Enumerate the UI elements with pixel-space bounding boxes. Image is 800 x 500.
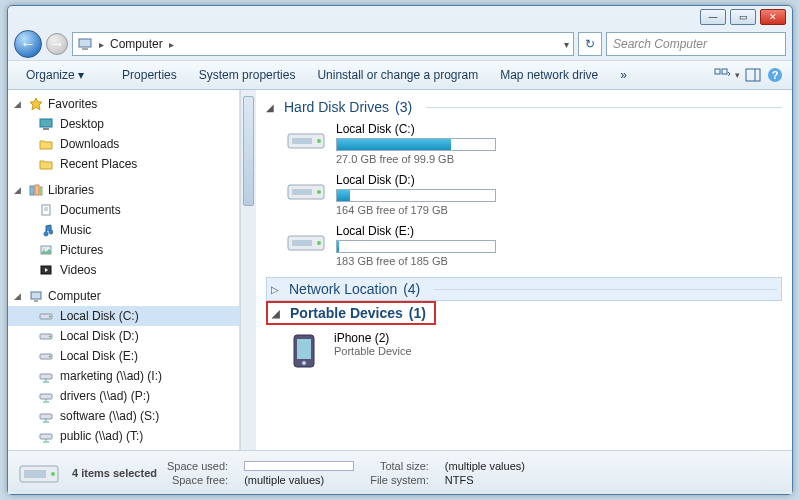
sidebar-item-label: Videos bbox=[60, 263, 96, 277]
portable-device-item[interactable]: iPhone (2) Portable Device bbox=[284, 331, 782, 371]
computer-icon bbox=[77, 36, 93, 52]
svg-rect-31 bbox=[40, 414, 52, 419]
svg-rect-12 bbox=[35, 185, 39, 195]
sidebar-item-software[interactable]: software (\\ad) (S:) bbox=[8, 406, 239, 426]
sidebar-item-public[interactable]: public (\\ad) (T:) bbox=[8, 426, 239, 446]
svg-rect-46 bbox=[24, 470, 46, 478]
svg-rect-11 bbox=[30, 186, 34, 195]
favorites-group[interactable]: ◢ Favorites bbox=[8, 94, 239, 114]
svg-rect-13 bbox=[40, 187, 42, 195]
sidebar-item-disk-c[interactable]: Local Disk (C:) bbox=[8, 306, 239, 326]
svg-rect-32 bbox=[40, 434, 52, 439]
sidebar-item-drivers[interactable]: drivers (\\ad) (P:) bbox=[8, 386, 239, 406]
sidebar-item-documents[interactable]: Documents bbox=[8, 200, 239, 220]
svg-point-18 bbox=[43, 248, 45, 250]
group-hard-disk-drives[interactable]: ◢ Hard Disk Drives (3) bbox=[266, 96, 782, 118]
folder-icon bbox=[38, 156, 54, 172]
sidebar-item-recent[interactable]: Recent Places bbox=[8, 154, 239, 174]
group-count: (1) bbox=[409, 305, 426, 321]
content-pane: ◢ Hard Disk Drives (3) Local Disk (C:) 2… bbox=[256, 90, 792, 450]
close-button[interactable]: ✕ bbox=[760, 9, 786, 25]
drive-icon bbox=[284, 224, 328, 258]
videos-icon bbox=[38, 262, 54, 278]
computer-icon bbox=[28, 288, 44, 304]
selection-count: 4 items selected bbox=[72, 467, 157, 479]
svg-point-24 bbox=[49, 316, 51, 318]
help-button[interactable]: ? bbox=[766, 66, 784, 84]
libraries-group[interactable]: ◢ Libraries bbox=[8, 180, 239, 200]
uninstall-button[interactable]: Uninstall or change a program bbox=[307, 65, 488, 85]
group-network-location[interactable]: ▷ Network Location (4) bbox=[266, 277, 782, 301]
drive-item-d[interactable]: Local Disk (D:) 164 GB free of 179 GB bbox=[284, 173, 564, 216]
sidebar-item-marketing[interactable]: marketing (\\ad) (I:) bbox=[8, 366, 239, 386]
device-type: Portable Device bbox=[334, 345, 412, 357]
svg-rect-37 bbox=[292, 189, 312, 195]
breadcrumb-current[interactable]: Computer bbox=[110, 37, 163, 51]
sidebar-item-disk-e[interactable]: Local Disk (E:) bbox=[8, 346, 239, 366]
drive-grid: Local Disk (C:) 27.0 GB free of 99.9 GB … bbox=[266, 118, 782, 277]
svg-point-35 bbox=[317, 139, 321, 143]
refresh-button[interactable]: ↻ bbox=[578, 32, 602, 56]
drive-icon bbox=[284, 122, 328, 156]
portable-device-grid: iPhone (2) Portable Device bbox=[266, 325, 782, 371]
forward-button[interactable]: → bbox=[46, 33, 68, 55]
desktop-icon bbox=[38, 116, 54, 132]
drive-name: Local Disk (C:) bbox=[336, 122, 564, 136]
star-icon bbox=[28, 96, 44, 112]
capacity-bar bbox=[336, 189, 496, 202]
drive-item-e[interactable]: Local Disk (E:) 183 GB free of 185 GB bbox=[284, 224, 564, 267]
drive-icon bbox=[284, 173, 328, 207]
minimize-button[interactable]: — bbox=[700, 9, 726, 25]
explorer-window: — ▭ ✕ ← → ▸ Computer ▸ ▾ ↻ Search Comput… bbox=[7, 5, 793, 495]
search-placeholder: Search Computer bbox=[613, 37, 707, 51]
maximize-button[interactable]: ▭ bbox=[730, 9, 756, 25]
preview-pane-button[interactable] bbox=[744, 66, 762, 84]
device-name: iPhone (2) bbox=[334, 331, 412, 345]
drive-icon bbox=[38, 308, 54, 324]
scrollbar-thumb[interactable] bbox=[243, 96, 254, 206]
forward-icon: → bbox=[49, 35, 65, 53]
back-button[interactable]: ← bbox=[14, 30, 42, 58]
svg-point-44 bbox=[302, 361, 306, 365]
properties-button[interactable]: Properties bbox=[112, 65, 187, 85]
sidebar-item-disk-d[interactable]: Local Disk (D:) bbox=[8, 326, 239, 346]
space-used-bar bbox=[244, 461, 354, 471]
svg-rect-21 bbox=[31, 292, 41, 299]
back-icon: ← bbox=[20, 35, 36, 53]
breadcrumb-sep: ▸ bbox=[99, 39, 104, 50]
sidebar-item-pictures[interactable]: Pictures bbox=[8, 240, 239, 260]
group-label: Network Location bbox=[289, 281, 397, 297]
svg-rect-40 bbox=[292, 240, 312, 246]
sidebar-item-label: marketing (\\ad) (I:) bbox=[60, 369, 162, 383]
drive-name: Local Disk (E:) bbox=[336, 224, 564, 238]
expand-icon: ◢ bbox=[14, 291, 24, 301]
sidebar-item-videos[interactable]: Videos bbox=[8, 260, 239, 280]
system-properties-button[interactable]: System properties bbox=[189, 65, 306, 85]
svg-rect-9 bbox=[40, 119, 52, 127]
sidebar-item-label: drivers (\\ad) (P:) bbox=[60, 389, 150, 403]
group-portable-devices[interactable]: ◢ Portable Devices (1) bbox=[266, 301, 436, 325]
sidebar-item-label: Local Disk (C:) bbox=[60, 309, 139, 323]
toolbar-overflow[interactable]: » bbox=[610, 65, 637, 85]
computer-label: Computer bbox=[48, 289, 101, 303]
sidebar-item-music[interactable]: Music bbox=[8, 220, 239, 240]
view-options-button[interactable] bbox=[713, 66, 731, 84]
sidebar-item-downloads[interactable]: Downloads bbox=[8, 134, 239, 154]
organize-menu[interactable]: Organize ▾ bbox=[16, 65, 94, 85]
drive-icon bbox=[16, 456, 62, 490]
address-bar[interactable]: ▸ Computer ▸ ▾ bbox=[72, 32, 574, 56]
svg-point-38 bbox=[317, 190, 321, 194]
sidebar-item-desktop[interactable]: Desktop bbox=[8, 114, 239, 134]
search-input[interactable]: Search Computer bbox=[606, 32, 786, 56]
address-history-dropdown[interactable]: ▾ bbox=[564, 39, 569, 50]
map-drive-button[interactable]: Map network drive bbox=[490, 65, 608, 85]
group-rule bbox=[426, 107, 782, 108]
sidebar-item-label: public (\\ad) (T:) bbox=[60, 429, 143, 443]
sidebar-item-label: Pictures bbox=[60, 243, 103, 257]
drive-name: Local Disk (D:) bbox=[336, 173, 564, 187]
drive-item-c[interactable]: Local Disk (C:) 27.0 GB free of 99.9 GB bbox=[284, 122, 564, 165]
folder-icon bbox=[38, 136, 54, 152]
sidebar-scrollbar[interactable] bbox=[240, 90, 256, 450]
expand-icon: ◢ bbox=[14, 185, 24, 195]
computer-group[interactable]: ◢ Computer bbox=[8, 286, 239, 306]
